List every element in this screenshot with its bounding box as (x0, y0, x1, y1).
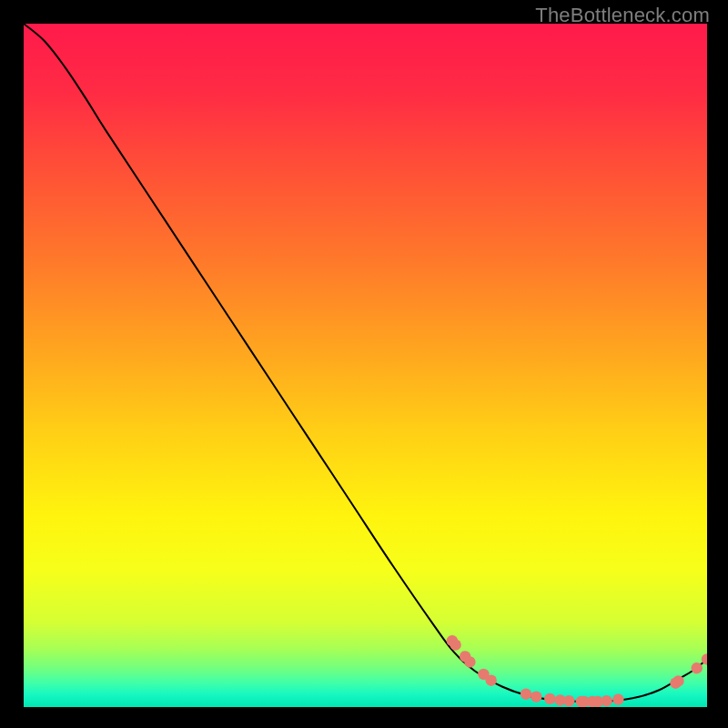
chart-point (672, 675, 683, 686)
chart-point (464, 656, 475, 667)
chart-gradient-bg (24, 24, 707, 707)
chart-point (612, 694, 623, 705)
chart-plot-area (24, 24, 707, 707)
chart-point (521, 689, 531, 700)
chart-point (692, 662, 703, 673)
chart-svg (24, 24, 707, 707)
chart-stage: TheBottleneck.com (0, 0, 728, 728)
chart-point (563, 695, 574, 706)
chart-point (531, 692, 541, 703)
chart-point (485, 675, 496, 686)
chart-point (450, 639, 460, 650)
chart-point (601, 695, 612, 706)
chart-point (544, 693, 555, 704)
